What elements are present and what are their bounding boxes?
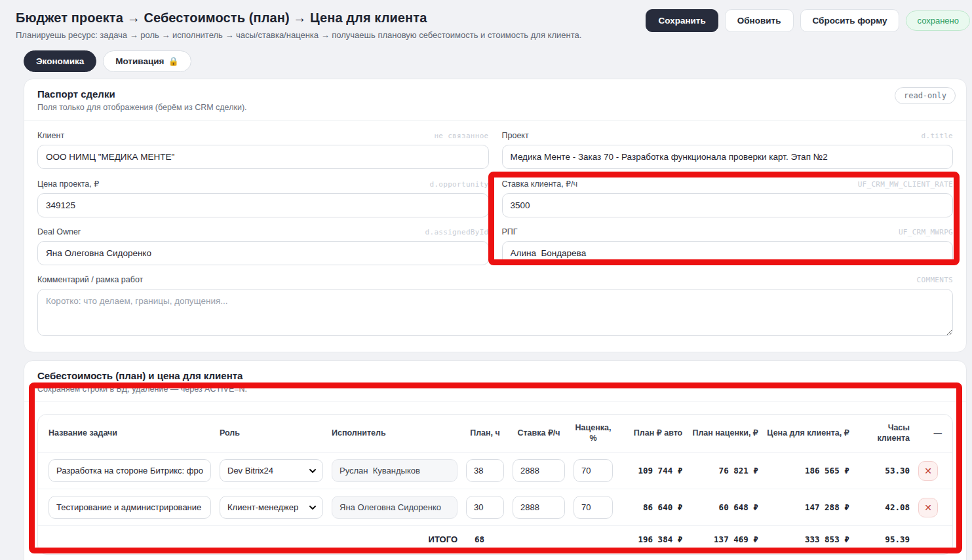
role-select[interactable]: Клиент-менеджер <box>220 496 323 519</box>
saved-status-badge: сохранено <box>906 10 970 31</box>
tab-economy-label: Экономика <box>36 56 84 66</box>
col-client-price: Цена для клиента, ₽ <box>767 428 849 439</box>
rate-input[interactable] <box>513 459 565 482</box>
task-name-input[interactable] <box>49 459 211 482</box>
rpg-label: РПГ <box>502 227 518 236</box>
deal-passport-card: Паспорт сделки Поля только для отображен… <box>24 79 967 352</box>
comment-field: Комментарий / рамка работ COMMENTS <box>37 275 953 339</box>
totals-row: ИТОГО 68 196 384 ₽ 137 469 ₽ 333 853 ₽ 9… <box>38 526 952 554</box>
client-label: Клиент <box>37 131 64 140</box>
tab-bar: Экономика Мотивация 🔒 <box>24 50 972 72</box>
deal-passport-body: Клиент не связанное Проект d.title Цена … <box>24 121 966 352</box>
col-plan-markup: План наценки, ₽ <box>691 428 758 439</box>
role-select[interactable]: Dev Bitrix24 <box>220 459 323 482</box>
tab-motivation-label: Мотивация <box>115 56 164 66</box>
project-price-label: Цена проекта, ₽ <box>37 179 99 189</box>
col-role: Роль <box>220 428 323 439</box>
deal-owner-input[interactable] <box>37 241 489 265</box>
project-label: Проект <box>502 131 529 140</box>
reset-form-button[interactable]: Сбросить форму <box>800 9 900 32</box>
comment-textarea[interactable] <box>37 289 953 336</box>
comment-label: Комментарий / рамка работ <box>37 275 143 284</box>
client-hours-value: 42.08 <box>858 502 910 512</box>
plan-auto-value: 109 744 ₽ <box>621 466 682 476</box>
client-price-value: 186 565 ₽ <box>767 466 849 476</box>
plan-markup-value: 76 821 ₽ <box>691 466 758 476</box>
plan-hours-input[interactable] <box>466 459 504 482</box>
client-price-value: 147 288 ₽ <box>767 502 849 512</box>
client-input[interactable] <box>37 145 489 169</box>
client-field: Клиент не связанное <box>37 131 489 169</box>
chevron-down-icon <box>309 467 317 475</box>
cost-plan-title: Себестоимость (план) и цена для клиента <box>37 370 953 381</box>
cost-plan-subtitle: Сохраняем строки в БД, удаление — через … <box>37 384 953 394</box>
task-name-input[interactable] <box>49 496 211 519</box>
delete-row-button[interactable]: ✕ <box>918 498 938 517</box>
col-executor: Исполнитель <box>332 428 457 439</box>
col-plan-hours: План, ч <box>466 428 504 439</box>
deal-owner-hint: d.assignedById <box>425 228 489 236</box>
markup-input[interactable] <box>573 459 613 482</box>
deal-owner-label: Deal Owner <box>37 227 81 236</box>
client-hours-value: 53.30 <box>858 466 910 476</box>
readonly-badge: read-only <box>895 87 956 104</box>
col-markup: Наценка, % <box>573 423 613 443</box>
rpg-field: РПГ UF_CRM_MWRPG <box>502 227 954 265</box>
totals-label: ИТОГО <box>332 534 457 544</box>
lock-icon: 🔒 <box>168 56 178 66</box>
totals-client-hours: 95.39 <box>858 534 910 544</box>
toolbar: Сохранить Обновить Сбросить форму сохран… <box>646 9 970 32</box>
client-rate-hint: UF_CRM_MW_CLIENT_RATE <box>858 180 953 189</box>
role-select-value: Dev Bitrix24 <box>227 466 273 476</box>
totals-plan-markup: 137 469 ₽ <box>691 534 758 544</box>
project-hint: d.title <box>922 132 953 140</box>
project-price-input[interactable] <box>37 193 489 217</box>
client-hint: не связанное <box>434 132 488 140</box>
tab-economy[interactable]: Экономика <box>24 50 96 72</box>
cost-plan-card: Себестоимость (план) и цена для клиента … <box>24 360 967 560</box>
col-delete: — <box>918 428 942 439</box>
totals-plan-auto: 196 384 ₽ <box>621 534 682 544</box>
table-row: Клиент-менеджер 86 640 ₽ 60 648 ₽ 147 28… <box>38 489 952 526</box>
rpg-hint: UF_CRM_MWRPG <box>899 228 953 236</box>
markup-input[interactable] <box>573 496 613 519</box>
col-task: Название задачи <box>49 428 211 439</box>
project-field: Проект d.title <box>502 131 954 169</box>
executor-input[interactable] <box>332 459 457 482</box>
rpg-input[interactable] <box>502 241 954 265</box>
deal-passport-title: Паспорт сделки <box>37 88 953 100</box>
project-input[interactable] <box>502 145 954 169</box>
delete-row-button[interactable]: ✕ <box>918 461 938 481</box>
project-price-hint: d.opportunity <box>430 180 489 189</box>
chevron-down-icon <box>309 504 317 512</box>
role-select-value: Клиент-менеджер <box>227 502 298 512</box>
client-rate-input[interactable] <box>502 193 954 217</box>
tab-motivation[interactable]: Мотивация 🔒 <box>103 50 191 72</box>
col-plan-auto: План ₽ авто <box>621 428 682 439</box>
executor-input[interactable] <box>332 496 457 519</box>
rate-input[interactable] <box>513 496 565 519</box>
client-rate-label: Ставка клиента, ₽/ч <box>502 179 578 189</box>
totals-client-price: 333 853 ₽ <box>767 534 849 544</box>
plan-hours-input[interactable] <box>466 496 504 519</box>
plan-markup-value: 60 648 ₽ <box>691 502 758 512</box>
totals-plan-hours: 68 <box>466 534 504 544</box>
deal-passport-subtitle: Поля только для отображения (берём из CR… <box>37 103 953 112</box>
project-price-field: Цена проекта, ₽ d.opportunity <box>37 179 489 217</box>
page-header: Бюджет проекта → Себестоимость (план) → … <box>0 0 972 40</box>
table-row: Dev Bitrix24 109 744 ₽ 76 821 ₽ 186 565 … <box>38 453 952 489</box>
deal-owner-field: Deal Owner d.assignedById <box>37 227 489 265</box>
client-rate-field: Ставка клиента, ₽/ч UF_CRM_MW_CLIENT_RAT… <box>502 179 954 217</box>
refresh-button[interactable]: Обновить <box>725 9 794 32</box>
cost-plan-header: Себестоимость (план) и цена для клиента … <box>24 361 966 402</box>
cost-table: Название задачи Роль Исполнитель План, ч… <box>37 414 953 555</box>
col-client-hours: Часы клиента <box>858 423 910 443</box>
save-button[interactable]: Сохранить <box>646 9 718 32</box>
cost-table-header-row: Название задачи Роль Исполнитель План, ч… <box>38 415 952 453</box>
plan-auto-value: 86 640 ₽ <box>621 502 682 512</box>
comment-hint: COMMENTS <box>917 276 953 284</box>
col-rate: Ставка ₽/ч <box>513 428 565 439</box>
deal-passport-header: Паспорт сделки Поля только для отображен… <box>24 79 966 121</box>
